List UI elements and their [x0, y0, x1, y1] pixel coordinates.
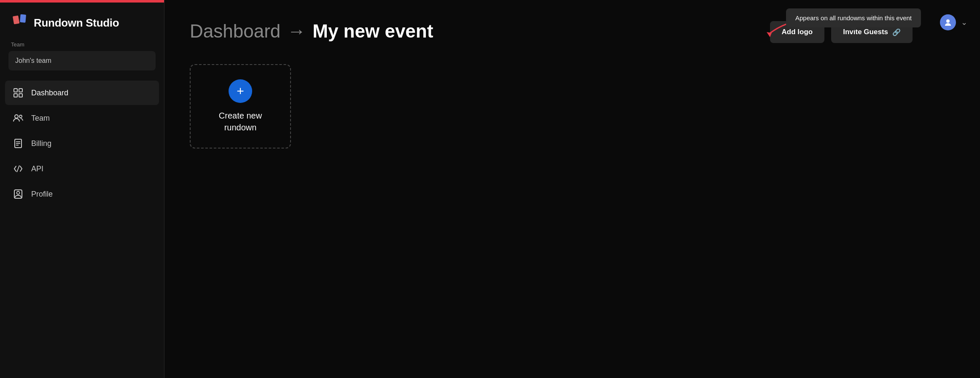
link-icon: 🔗: [892, 28, 901, 36]
create-rundown-card[interactable]: + Create new rundown: [190, 64, 291, 148]
plus-circle-icon: +: [229, 79, 252, 103]
sidebar-item-api[interactable]: API: [5, 157, 159, 181]
sidebar-item-billing[interactable]: Billing: [5, 131, 159, 156]
svg-rect-2: [14, 89, 17, 92]
sidebar-item-dashboard-label: Dashboard: [31, 89, 68, 97]
svg-point-15: [946, 19, 950, 23]
sidebar-item-profile[interactable]: Profile: [5, 182, 159, 206]
app-title: Rundown Studio: [34, 16, 119, 30]
team-name: John's team: [15, 57, 51, 65]
sidebar-item-dashboard[interactable]: Dashboard: [5, 81, 159, 105]
svg-point-7: [19, 115, 22, 118]
tooltip-bubble: Appears on all rundowns within this even…: [786, 8, 921, 27]
app-logo-icon: [13, 14, 28, 31]
dashboard-icon: [13, 87, 24, 98]
svg-point-14: [17, 192, 20, 194]
sidebar-item-profile-label: Profile: [31, 190, 53, 199]
team-section: Team John's team: [0, 41, 164, 74]
profile-icon: [13, 189, 24, 200]
sidebar-item-team-label: Team: [31, 114, 50, 123]
breadcrumb-dashboard: Dashboard: [190, 21, 280, 42]
sidebar: Rundown Studio Team John's team Dashboar…: [0, 0, 164, 378]
svg-rect-0: [13, 16, 19, 24]
breadcrumb-arrow-icon: →: [287, 21, 306, 42]
sidebar-item-team[interactable]: Team: [5, 106, 159, 130]
svg-rect-5: [19, 94, 22, 97]
team-icon: [13, 113, 24, 124]
plus-symbol: +: [237, 85, 244, 97]
svg-line-12: [17, 165, 19, 172]
user-avatar[interactable]: [940, 14, 956, 30]
user-area: ⌄: [940, 14, 967, 30]
create-rundown-line2: rundown: [224, 123, 257, 132]
create-rundown-label: Create new rundown: [219, 110, 262, 133]
svg-rect-4: [14, 94, 17, 97]
svg-rect-3: [19, 89, 22, 92]
breadcrumb: Dashboard → My new event: [190, 21, 433, 42]
svg-point-6: [15, 115, 18, 118]
svg-rect-1: [20, 14, 26, 23]
api-icon: [13, 163, 24, 174]
create-rundown-line1: Create new: [219, 111, 262, 120]
dashboard-content: + Create new rundown: [164, 56, 980, 378]
user-dropdown-arrow[interactable]: ⌄: [961, 18, 967, 27]
tooltip-text: Appears on all rundowns within this even…: [795, 14, 912, 22]
team-selector[interactable]: John's team: [8, 51, 156, 70]
logo-area: Rundown Studio: [0, 3, 164, 41]
team-label: Team: [8, 41, 156, 48]
billing-icon: [13, 138, 24, 149]
breadcrumb-event-name: My new event: [312, 21, 433, 42]
main-content-area: ⌄ Appears on all rundowns within this ev…: [164, 0, 980, 378]
sidebar-item-billing-label: Billing: [31, 139, 51, 148]
sidebar-item-api-label: API: [31, 165, 43, 173]
sidebar-nav: Dashboard Team: [0, 74, 164, 378]
